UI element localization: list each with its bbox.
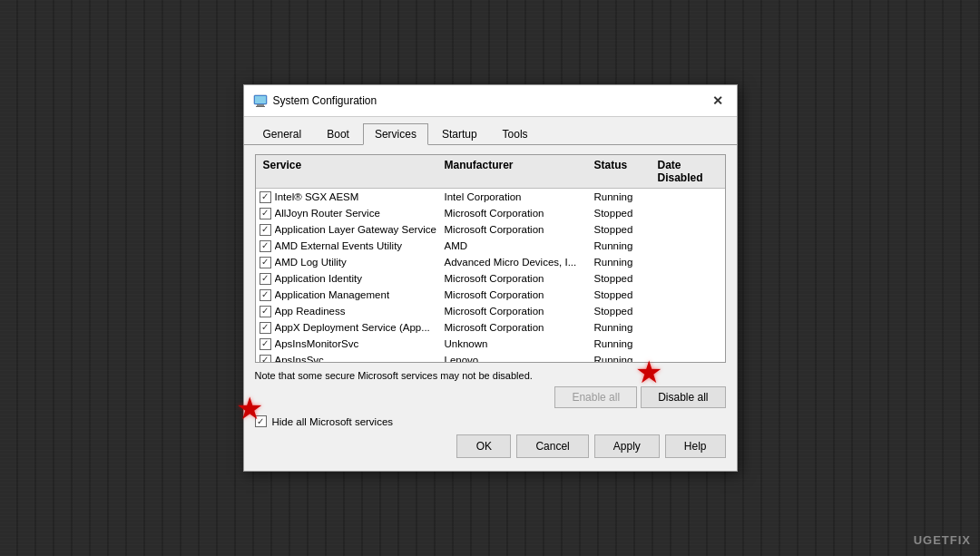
- header-date: Date Disabled: [654, 158, 721, 185]
- service-name-cell: ApsInsMonitorSvc: [260, 338, 441, 350]
- title-bar: System Configuration ✕: [244, 85, 737, 117]
- table-row[interactable]: AppX Deployment Service (App... Microsof…: [256, 319, 725, 336]
- service-name-cell: AllJoyn Router Service: [260, 208, 441, 219]
- service-checkbox[interactable]: [260, 306, 271, 317]
- service-name-cell: Application Layer Gateway Service: [260, 224, 441, 236]
- status-cell: Stopped: [591, 273, 654, 284]
- service-name: ApsInsSvc: [275, 355, 324, 363]
- table-row[interactable]: Intel® SGX AESM Intel Corporation Runnin…: [256, 189, 725, 205]
- cancel-button[interactable]: Cancel: [516, 434, 588, 458]
- manufacturer-cell: Unknown: [441, 338, 591, 349]
- tab-tools[interactable]: Tools: [491, 123, 540, 145]
- status-cell: Running: [591, 257, 654, 268]
- service-name: Application Layer Gateway Service: [275, 224, 436, 235]
- service-name-cell: Intel® SGX AESM: [260, 191, 441, 203]
- table-row[interactable]: Application Layer Gateway Service Micros…: [256, 221, 725, 238]
- table-row[interactable]: ApsInsMonitorSvc Unknown Running: [256, 336, 725, 352]
- status-cell: Running: [591, 191, 654, 202]
- service-checkbox[interactable]: [260, 289, 271, 301]
- service-checkbox[interactable]: [260, 257, 271, 268]
- table-row[interactable]: AllJoyn Router Service Microsoft Corpora…: [256, 205, 725, 221]
- tab-services[interactable]: Services: [363, 123, 428, 145]
- tab-boot[interactable]: Boot: [315, 123, 361, 145]
- enable-disable-row: Enable all Disable all: [255, 386, 726, 408]
- service-checkbox[interactable]: [260, 355, 271, 364]
- title-bar-title: System Configuration: [273, 94, 377, 107]
- hide-ms-label: Hide all Microsoft services: [272, 416, 394, 427]
- manufacturer-cell: Microsoft Corporation: [441, 224, 591, 235]
- service-checkbox[interactable]: [260, 273, 271, 285]
- service-name-cell: ApsInsSvc: [260, 355, 441, 364]
- manufacturer-cell: Microsoft Corporation: [441, 289, 591, 300]
- service-checkbox[interactable]: [260, 322, 271, 334]
- service-name: Application Identity: [275, 273, 363, 284]
- enable-all-button[interactable]: Enable all: [554, 386, 637, 408]
- manufacturer-cell: Microsoft Corporation: [441, 322, 591, 333]
- system-config-icon: [253, 93, 268, 108]
- service-name-cell: AMD Log Utility: [260, 257, 441, 268]
- tab-general[interactable]: General: [251, 123, 314, 145]
- service-name: AMD External Events Utility: [275, 240, 403, 251]
- system-config-dialog: System Configuration ✕ General Boot Serv…: [243, 84, 738, 472]
- table-header: Service Manufacturer Status Date Disable…: [256, 155, 725, 189]
- table-row[interactable]: ApsInsSvc Lenovo. Running: [256, 352, 725, 363]
- close-button[interactable]: ✕: [708, 91, 728, 111]
- status-cell: Stopped: [591, 208, 654, 219]
- table-row[interactable]: AMD Log Utility Advanced Micro Devices, …: [256, 254, 725, 270]
- table-row[interactable]: AMD External Events Utility AMD Running: [256, 238, 725, 254]
- services-list[interactable]: Intel® SGX AESM Intel Corporation Runnin…: [256, 189, 725, 363]
- manufacturer-cell: Lenovo.: [441, 355, 591, 363]
- table-row[interactable]: Application Identity Microsoft Corporati…: [256, 270, 725, 287]
- content-area: Service Manufacturer Status Date Disable…: [244, 145, 737, 471]
- service-name-cell: AppX Deployment Service (App...: [260, 322, 441, 334]
- service-checkbox[interactable]: [260, 240, 271, 252]
- tab-startup[interactable]: Startup: [430, 123, 489, 145]
- table-row[interactable]: App Readiness Microsoft Corporation Stop…: [256, 303, 725, 319]
- service-name: AllJoyn Router Service: [275, 208, 380, 219]
- note-text: Note that some secure Microsoft services…: [255, 368, 726, 383]
- service-name: ApsInsMonitorSvc: [275, 338, 359, 349]
- header-service: Service: [260, 158, 441, 185]
- status-cell: Stopped: [591, 306, 654, 317]
- service-checkbox[interactable]: [260, 208, 271, 219]
- status-cell: Running: [591, 338, 654, 349]
- status-cell: Stopped: [591, 289, 654, 300]
- service-checkbox[interactable]: [260, 224, 271, 236]
- hide-ms-row: Hide all Microsoft services: [255, 415, 726, 427]
- status-cell: Running: [591, 355, 654, 363]
- manufacturer-cell: Microsoft Corporation: [441, 273, 591, 284]
- service-name-cell: Application Management: [260, 289, 441, 301]
- service-name: AppX Deployment Service (App...: [275, 322, 430, 333]
- service-checkbox[interactable]: [260, 191, 271, 203]
- status-cell: Running: [591, 240, 654, 251]
- help-button[interactable]: Help: [665, 434, 726, 458]
- hide-ms-checkbox[interactable]: [255, 415, 267, 427]
- manufacturer-cell: Microsoft Corporation: [441, 208, 591, 219]
- manufacturer-cell: Microsoft Corporation: [441, 306, 591, 317]
- svg-rect-3: [256, 106, 265, 107]
- header-manufacturer: Manufacturer: [441, 158, 591, 185]
- service-name: Intel® SGX AESM: [275, 191, 359, 202]
- service-name: AMD Log Utility: [275, 257, 347, 268]
- services-table: Service Manufacturer Status Date Disable…: [255, 154, 726, 363]
- service-name-cell: App Readiness: [260, 306, 441, 317]
- svg-rect-2: [257, 104, 264, 106]
- service-name: Application Management: [275, 289, 390, 300]
- ok-button[interactable]: OK: [456, 434, 511, 458]
- bottom-buttons: OK Cancel Apply Help: [255, 434, 726, 462]
- service-name-cell: Application Identity: [260, 273, 441, 285]
- manufacturer-cell: Advanced Micro Devices, I...: [441, 257, 591, 268]
- watermark: UGETFIX: [914, 533, 971, 547]
- service-name: App Readiness: [275, 306, 346, 317]
- manufacturer-cell: AMD: [441, 240, 591, 251]
- status-cell: Running: [591, 322, 654, 333]
- tabs-bar: General Boot Services Startup Tools: [244, 117, 737, 145]
- apply-button[interactable]: Apply: [594, 434, 660, 458]
- service-checkbox[interactable]: [260, 338, 271, 350]
- service-name-cell: AMD External Events Utility: [260, 240, 441, 252]
- disable-all-button[interactable]: Disable all: [641, 386, 725, 408]
- svg-rect-1: [255, 96, 266, 103]
- status-cell: Stopped: [591, 224, 654, 235]
- table-row[interactable]: Application Management Microsoft Corpora…: [256, 287, 725, 303]
- manufacturer-cell: Intel Corporation: [441, 191, 591, 202]
